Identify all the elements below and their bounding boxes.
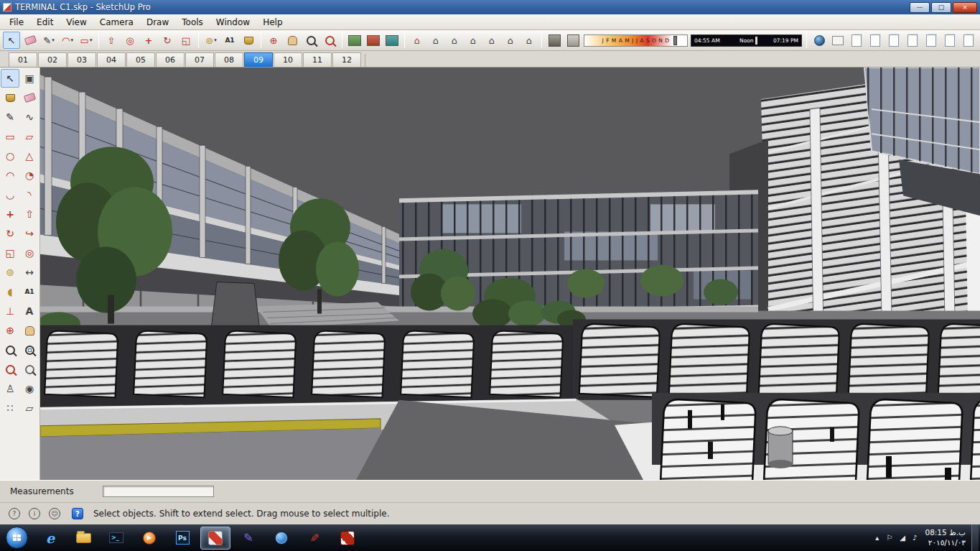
offset-tool[interactable]: ◎ <box>20 244 39 262</box>
model-viewport[interactable] <box>40 68 980 480</box>
minimize-button[interactable]: — <box>910 2 930 13</box>
line-tool[interactable]: ✎ <box>1 108 19 126</box>
scenes-panel-button[interactable] <box>941 32 958 49</box>
shadows-panel-button[interactable] <box>960 32 977 49</box>
action-center-flag-icon[interactable]: ⚐ <box>886 534 892 542</box>
menu-file[interactable]: File <box>3 16 30 29</box>
protractor-tool[interactable]: ◖ <box>1 282 19 301</box>
start-button[interactable] <box>6 527 28 549</box>
menu-view[interactable]: View <box>60 16 93 29</box>
paint-bucket-tool[interactable] <box>1 88 19 107</box>
back-view-button[interactable]: ⌂ <box>483 32 500 49</box>
arc-button[interactable]: ◠▾ <box>59 32 76 49</box>
text-tool[interactable]: A1 <box>20 282 39 301</box>
shadow-date-slider-handle[interactable] <box>673 36 677 45</box>
photo-texture-button[interactable] <box>829 32 846 49</box>
credits-status-icon[interactable]: i <box>29 508 40 519</box>
zoom-window-tool[interactable] <box>20 341 39 359</box>
menu-draw[interactable]: Draw <box>140 16 175 29</box>
show-hidden-icons-chevron[interactable]: ▴ <box>875 534 879 542</box>
pen-app-button[interactable]: ✎ <box>233 527 263 550</box>
tape-measure-tool[interactable]: ⊚ <box>1 263 19 282</box>
taskbar-clock[interactable]: 08:15 ب.ظ ٢٠١٥/١١/٠٣ <box>925 528 966 547</box>
section-plane-tool[interactable]: ▱ <box>20 399 39 417</box>
rotate-button[interactable]: ↻ <box>159 32 176 49</box>
media-player-button[interactable]: ▶ <box>134 527 164 550</box>
maximize-button[interactable]: □ <box>931 2 951 13</box>
send-to-layout-button[interactable] <box>346 32 363 49</box>
look-around-tool[interactable]: ◉ <box>20 379 39 398</box>
zoom-tool[interactable] <box>1 341 19 359</box>
polygon-tool[interactable]: △ <box>20 147 39 165</box>
scene-tab-11[interactable]: 11 <box>303 52 332 67</box>
zoom-extents-tool[interactable] <box>1 360 19 379</box>
scene-tab-09-active[interactable]: 09 <box>244 52 273 67</box>
materials-panel-button[interactable] <box>885 32 902 49</box>
menu-tools[interactable]: Tools <box>175 16 210 29</box>
text-button[interactable]: A1 <box>221 32 238 49</box>
scene-tab-10[interactable]: 10 <box>274 52 302 67</box>
sign-in-status-icon[interactable]: ☺ <box>49 508 60 519</box>
arc-tool[interactable]: ◠ <box>1 166 19 185</box>
push-pull-tool[interactable]: ⇧ <box>20 205 39 223</box>
zoom-previous-tool[interactable] <box>20 360 39 379</box>
move-button[interactable]: + <box>140 32 157 49</box>
position-camera-tool[interactable]: ♙ <box>1 379 19 398</box>
scene-tab-01[interactable]: 01 <box>9 52 37 67</box>
close-button[interactable]: × <box>953 2 977 13</box>
zoom-extents-button[interactable] <box>321 32 338 49</box>
shadow-time-slider[interactable]: 04:55 AM Noon 07:19 PM <box>691 34 802 47</box>
dimension-tool[interactable]: ↔ <box>20 263 39 282</box>
axes-tool[interactable]: ⊥ <box>1 302 19 320</box>
scene-tab-07[interactable]: 07 <box>185 52 214 67</box>
scene-tab-08[interactable]: 08 <box>215 52 243 67</box>
rectangle-button[interactable]: ▭▾ <box>78 32 95 49</box>
offset-button[interactable]: ◎ <box>121 32 139 49</box>
select-tool[interactable]: ↖ <box>1 69 19 88</box>
bottom-view-button[interactable]: ⌂ <box>521 32 538 49</box>
internet-explorer-button[interactable]: e <box>35 527 65 550</box>
geolocation-status-icon[interactable]: ? <box>9 508 20 519</box>
components-panel-button[interactable] <box>867 32 884 49</box>
measurements-input[interactable] <box>103 486 214 497</box>
make-component-tool[interactable]: ▣ <box>20 69 39 88</box>
pie-tool[interactable]: ◔ <box>20 166 39 185</box>
line-button[interactable]: ✎▾ <box>40 32 57 49</box>
internet-globe-button[interactable] <box>266 527 297 550</box>
shadow-settings-button[interactable] <box>546 32 563 49</box>
materials-board-button[interactable] <box>383 32 401 49</box>
sketchup-active-button[interactable] <box>200 527 230 550</box>
right-view-button[interactable]: ⌂ <box>465 32 482 49</box>
scene-tab-03[interactable]: 03 <box>67 52 96 67</box>
rotated-rectangle-tool[interactable]: ▱ <box>20 127 39 146</box>
sketchup-launcher-button[interactable] <box>332 527 363 550</box>
circle-tool[interactable]: ○ <box>1 147 19 165</box>
volume-icon[interactable]: ♪ <box>913 534 917 542</box>
scene-tab-04[interactable]: 04 <box>97 52 126 67</box>
walk-tool[interactable]: ∷ <box>1 399 19 417</box>
move-tool[interactable]: + <box>1 205 19 223</box>
shadow-toggle-button[interactable] <box>564 32 582 49</box>
menu-help[interactable]: Help <box>256 16 289 29</box>
paint-bucket-button[interactable] <box>240 32 257 49</box>
left-view-button[interactable]: ⌂ <box>502 32 519 49</box>
utility-app-button[interactable]: ✎ <box>299 527 330 550</box>
styles-board-button[interactable] <box>365 32 382 49</box>
menu-window[interactable]: Window <box>210 16 256 29</box>
layers-panel-button[interactable] <box>923 32 940 49</box>
push-pull-button[interactable]: ⇧ <box>103 32 120 49</box>
freehand-tool[interactable]: ∿ <box>20 108 39 126</box>
orbit-tool[interactable]: ⊕ <box>1 321 19 340</box>
two-point-arc-tool[interactable]: ◡ <box>1 185 19 204</box>
scene-tab-05[interactable]: 05 <box>126 52 155 67</box>
pan-tool[interactable] <box>20 321 39 340</box>
network-icon[interactable]: ◢ <box>900 534 905 542</box>
iso-view-button[interactable]: ⌂ <box>409 32 426 49</box>
select-button[interactable]: ↖ <box>3 32 20 49</box>
pan-button[interactable] <box>284 32 301 49</box>
3d-text-tool[interactable]: A <box>20 302 39 320</box>
front-view-button[interactable]: ⌂ <box>446 32 463 49</box>
eraser-tool[interactable] <box>20 88 39 107</box>
shadow-time-slider-handle[interactable] <box>755 37 757 45</box>
geo-location-button[interactable] <box>811 32 828 49</box>
